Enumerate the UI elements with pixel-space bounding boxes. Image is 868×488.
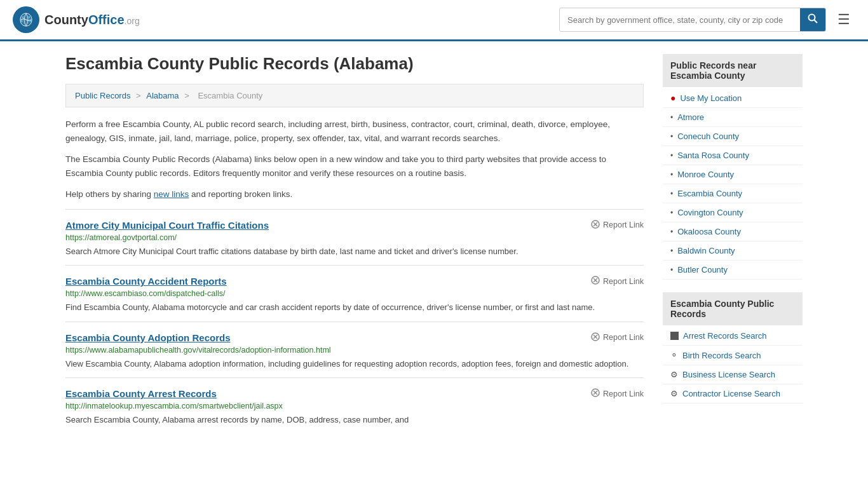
breadcrumb-current: Escambia County: [198, 91, 262, 100]
report-link-icon-3: [591, 388, 600, 399]
description-2: The Escambia County Public Records (Alab…: [65, 152, 644, 180]
record-entry: Escambia County Adoption Records Report …: [65, 322, 644, 378]
svg-point-5: [30, 20, 32, 22]
link-icon-8: •: [670, 247, 673, 255]
public-record-link-1[interactable]: Birth Records Search: [682, 351, 761, 360]
public-records-section: Escambia County Public Records Arrest Re…: [663, 292, 803, 403]
nearby-item-9[interactable]: •Butler County: [663, 261, 803, 280]
square-icon-0: [670, 332, 679, 340]
nearby-link-3[interactable]: Santa Rosa County: [677, 151, 749, 160]
nearby-link-0[interactable]: Use My Location: [680, 93, 742, 103]
hamburger-menu-icon[interactable]: ☰: [832, 9, 855, 30]
main-container: Escambia County Public Records (Alabama)…: [53, 41, 815, 447]
nearby-link-9[interactable]: Butler County: [677, 265, 728, 274]
record-desc-2: View Escambia County, Alabama adoption i…: [65, 358, 644, 370]
page-title: Escambia County Public Records (Alabama): [65, 54, 644, 74]
link-icon-9: •: [670, 266, 673, 274]
nearby-link-7[interactable]: Okaloosa County: [677, 227, 741, 236]
nearby-items-list: ●Use My Location•Atmore•Conecuh County•S…: [663, 88, 803, 280]
nearby-item-1[interactable]: •Atmore: [663, 108, 803, 127]
records-list: Atmore City Municipal Court Traffic Cita…: [65, 209, 644, 434]
public-record-link-2[interactable]: Business License Search: [682, 370, 775, 379]
breadcrumb-alabama[interactable]: Alabama: [146, 91, 179, 100]
header-right: ☰: [559, 8, 855, 32]
report-link-icon-1: [591, 276, 600, 287]
breadcrumb: Public Records > Alabama > Escambia Coun…: [65, 84, 644, 107]
nearby-link-2[interactable]: Conecuh County: [677, 132, 739, 141]
report-link-label-2: Report Link: [603, 333, 644, 342]
record-title-3[interactable]: Escambia County Arrest Records: [65, 388, 217, 399]
report-link-3[interactable]: Report Link: [591, 388, 644, 399]
nearby-link-8[interactable]: Baldwin County: [677, 246, 735, 255]
logo-icon: [13, 6, 39, 33]
record-url-2: https://www.alabamapublichealth.gov/vita…: [65, 346, 644, 355]
link-icon-4: •: [670, 170, 673, 179]
public-record-link-3[interactable]: Contractor License Search: [682, 389, 780, 398]
public-records-header: Escambia County Public Records: [663, 292, 803, 325]
public-record-item-2[interactable]: ⚙Business License Search: [663, 365, 803, 384]
record-entry: Atmore City Municipal Court Traffic Cita…: [65, 209, 644, 266]
nearby-item-8[interactable]: •Baldwin County: [663, 241, 803, 261]
svg-line-7: [815, 20, 818, 24]
gear-icon-2: ⚙: [670, 370, 678, 379]
link-icon-1: •: [670, 113, 673, 122]
record-desc-3: Search Escambia County, Alabama arrest r…: [65, 414, 644, 426]
nearby-item-4[interactable]: •Monroe County: [663, 165, 803, 184]
nearby-item-7[interactable]: •Okaloosa County: [663, 222, 803, 241]
nearby-link-4[interactable]: Monroe County: [677, 170, 734, 179]
logo-text: CountyOffice.org: [44, 13, 140, 27]
report-link-0[interactable]: Report Link: [591, 220, 644, 231]
search-button[interactable]: [800, 8, 825, 31]
link-icon-3: •: [670, 151, 673, 160]
description-1: Perform a free Escambia County, AL publi…: [65, 118, 644, 145]
nearby-link-1[interactable]: Atmore: [677, 112, 704, 122]
public-record-item-3[interactable]: ⚙Contractor License Search: [663, 384, 803, 403]
nearby-header: Public Records near Escambia County: [663, 54, 803, 87]
record-url-3: http://inmatelookup.myescambia.com/smart…: [65, 402, 644, 410]
record-title-1[interactable]: Escambia County Accident Reports: [65, 276, 227, 287]
record-desc-1: Find Escambia County, Alabama motorcycle…: [65, 301, 644, 314]
report-link-icon-0: [591, 220, 600, 231]
site-header: CountyOffice.org ☰: [0, 0, 868, 41]
public-record-item-0[interactable]: Arrest Records Search: [663, 327, 803, 346]
svg-point-6: [809, 15, 815, 21]
location-icon: ●: [670, 93, 675, 103]
nearby-item-3[interactable]: •Santa Rosa County: [663, 146, 803, 165]
record-entry: Escambia County Arrest Records Report Li…: [65, 377, 644, 434]
nearby-section: Public Records near Escambia County ●Use…: [663, 54, 803, 280]
search-input[interactable]: [560, 10, 800, 30]
svg-point-3: [29, 17, 31, 18]
svg-point-2: [22, 17, 24, 18]
svg-point-4: [21, 20, 23, 22]
nearby-item-0[interactable]: ●Use My Location: [663, 88, 803, 108]
nearby-item-2[interactable]: •Conecuh County: [663, 127, 803, 146]
record-url-1: http://www.escambiaso.com/dispatched-cal…: [65, 289, 644, 298]
new-links-link[interactable]: new links: [154, 189, 189, 199]
report-link-2[interactable]: Report Link: [591, 332, 644, 343]
record-title-0[interactable]: Atmore City Municipal Court Traffic Cita…: [65, 220, 269, 231]
person-icon-1: ⚬: [670, 350, 678, 360]
logo-area: CountyOffice.org: [13, 6, 140, 33]
report-link-label-0: Report Link: [603, 220, 644, 229]
link-icon-2: •: [670, 132, 673, 141]
record-desc-0: Search Atmore City Municipal Court traff…: [65, 245, 644, 258]
public-record-item-1[interactable]: ⚬Birth Records Search: [663, 346, 803, 365]
nearby-item-5[interactable]: •Escambia County: [663, 184, 803, 203]
nearby-link-6[interactable]: Covington County: [677, 208, 743, 217]
public-record-link-0[interactable]: Arrest Records Search: [683, 331, 767, 341]
sidebar: Public Records near Escambia County ●Use…: [663, 54, 803, 434]
nearby-link-5[interactable]: Escambia County: [677, 189, 742, 198]
report-link-label-1: Report Link: [603, 277, 644, 286]
link-icon-7: •: [670, 227, 673, 236]
breadcrumb-public-records[interactable]: Public Records: [75, 91, 130, 100]
description-3: Help others by sharing new links and rep…: [65, 187, 644, 201]
report-link-label-3: Report Link: [603, 390, 644, 398]
search-bar: [559, 8, 826, 32]
record-url-0: https://atmoreal.govtportal.com/: [65, 233, 644, 242]
record-entry: Escambia County Accident Reports Report …: [65, 265, 644, 322]
nearby-item-6[interactable]: •Covington County: [663, 203, 803, 222]
record-title-2[interactable]: Escambia County Adoption Records: [65, 332, 230, 343]
public-records-items-list: Arrest Records Search⚬Birth Records Sear…: [663, 327, 803, 403]
content-area: Escambia County Public Records (Alabama)…: [65, 54, 644, 434]
report-link-1[interactable]: Report Link: [591, 276, 644, 287]
